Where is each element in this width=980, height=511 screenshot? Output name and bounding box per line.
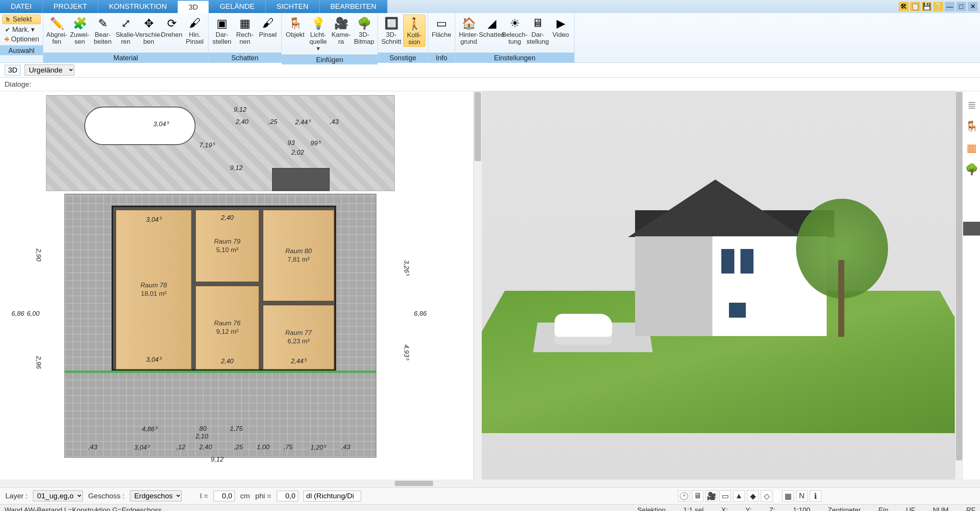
dim-b4: ,25	[234, 443, 243, 451]
rechnen-button[interactable]: ▦Rech-nen	[234, 15, 256, 46]
kamera-button[interactable]: 🎥Kame-ra	[330, 15, 352, 46]
chair-icon: 🪑	[287, 15, 303, 31]
area-icon: ▭	[434, 15, 449, 31]
status-x: X:	[721, 506, 728, 511]
zuweisen-button[interactable]: 🧩Zuwei-sen	[69, 15, 91, 46]
monitor2-icon[interactable]: 🖥	[692, 490, 703, 502]
layer-select[interactable]: 01_ug,eg,o	[33, 490, 83, 501]
panel-2d-floorplan[interactable]: 3,04⁵ 9,12 2,40 ,25 2,44⁵ ,43 7,19⁵ 9,12…	[0, 91, 473, 480]
ribbon-group-schatten: ▣Dar-stellen ▦Rech-nen 🖌Pinsel Schatten	[208, 13, 282, 63]
camera-icon: 🎥	[333, 15, 349, 31]
schatten-button[interactable]: ◢Schatten	[481, 15, 503, 46]
plus-icon: ✚	[4, 36, 10, 43]
shadow-icon: ◢	[484, 15, 499, 31]
grid-icon[interactable]: ▦	[782, 490, 794, 502]
bearbeiten-button[interactable]: ✎Bear-beiten	[92, 15, 114, 46]
tab-sichten[interactable]: SICHTEN	[266, 0, 319, 13]
tab-projekt[interactable]: PROJEKT	[43, 0, 98, 13]
assign-icon: 🧩	[72, 15, 87, 31]
optionen-button[interactable]: ✚Optionen	[2, 35, 41, 44]
drehen-button[interactable]: ⟳Drehen	[161, 15, 183, 46]
objekt-button[interactable]: 🪑Objekt	[284, 15, 306, 46]
3dbitmap-button[interactable]: 🌳3D-Bitmap	[353, 15, 375, 46]
group-label-einfuegen: Einfügen	[282, 54, 378, 64]
status-unit: Zentimeter	[828, 506, 861, 511]
abgreifen-button[interactable]: ✏️Abgrei-fen	[46, 15, 68, 46]
status-bar: Wand AW-Bestand L=Konstruktion G=Erdgesc…	[0, 504, 980, 511]
bottom-toolbar: Layer : 01_ug,eg,o Geschoss : Erdgeschos…	[0, 487, 980, 504]
clipboard-icon[interactable]: 📋	[910, 2, 920, 11]
dim-2445-top: 2,44⁵	[295, 118, 310, 126]
furniture-icon[interactable]: 🪑	[965, 120, 978, 133]
panel-minimize-button[interactable]: —	[945, 2, 955, 11]
darstellen-button[interactable]: ▣Dar-stellen	[211, 15, 233, 46]
lichtquelle-button[interactable]: 💡Licht-quelle ▾	[307, 15, 329, 53]
help-icon[interactable]: ❔	[933, 2, 943, 11]
dim-93: 93	[287, 139, 295, 147]
dim-600-l: 6,00	[27, 310, 39, 318]
scrollbar-vertical-3d[interactable]	[955, 91, 963, 480]
darstellung-button[interactable]: 🖥Dar-stellung	[527, 15, 549, 46]
north-icon[interactable]: N	[796, 490, 808, 502]
group-label-schatten: Schatten	[208, 53, 281, 63]
dim-25-top: ,25	[268, 118, 277, 126]
cube-icon: ▣	[214, 15, 230, 31]
tab-konstruktion[interactable]: KONSTRUKTION	[98, 0, 178, 13]
3dschnitt-button[interactable]: 🔲3D-Schnitt	[380, 15, 402, 46]
verschieben-button[interactable]: ✥Verschie-ben	[138, 15, 160, 46]
flaeche-button[interactable]: ▭Fläche	[430, 15, 453, 46]
video-button[interactable]: ▶Video	[550, 15, 572, 46]
context-bar: 3D Urgelände	[0, 63, 980, 77]
tab-gelaende[interactable]: GELÄNDE	[209, 0, 266, 13]
tab-datei[interactable]: DATEI	[0, 0, 43, 13]
ribbon-group-sonstige: 🔲3D-Schnitt 🚶Kolli-sion Sonstige	[378, 13, 428, 63]
kollision-button[interactable]: 🚶Kolli-sion	[403, 15, 425, 47]
panel-3d-view[interactable]	[482, 91, 955, 480]
hintergrund-button[interactable]: 🏠Hinter-grund	[458, 15, 480, 46]
mode-3d-tag[interactable]: 3D	[5, 65, 21, 76]
tools-icon[interactable]: 🛠	[899, 2, 909, 11]
diamond-icon[interactable]: ◆	[747, 490, 758, 502]
phi-input[interactable]	[277, 491, 298, 501]
light-icon: ☀	[507, 15, 522, 31]
tab-3d[interactable]: 3D	[178, 0, 209, 13]
main-menu: DATEI PROJEKT KONSTRUKTION 3D GELÄNDE SI…	[0, 0, 980, 13]
rotate-icon: ⟳	[164, 15, 179, 31]
house-3d	[620, 180, 811, 341]
dl-input[interactable]	[304, 491, 361, 501]
palette-icon[interactable]: ▦	[965, 141, 978, 154]
layers2-icon[interactable]: ▭	[719, 490, 731, 502]
camera2-icon[interactable]: 🎥	[706, 490, 717, 502]
eyedropper-icon: ✏️	[49, 15, 64, 31]
pull-handle[interactable]	[963, 222, 980, 236]
tree2-icon[interactable]: 🌳	[965, 163, 978, 176]
layers-icon[interactable]: ≣	[965, 98, 978, 111]
skalieren-button[interactable]: ⤢Skalie-ren	[115, 15, 137, 46]
beleuchtung-button[interactable]: ☀Beleuch-tung	[504, 15, 526, 46]
urgelaende-select[interactable]: Urgelände	[25, 64, 74, 76]
pinsel-button[interactable]: 🖌Pinsel	[257, 15, 279, 46]
tab-bearbeiten[interactable]: BEARBEITEN	[320, 0, 387, 13]
bulb-icon: 💡	[310, 15, 326, 31]
dialog-bar: Dialoge:	[0, 77, 980, 91]
mark-button[interactable]: ✔Mark. ▾	[2, 25, 41, 34]
group-label-auswahl: Auswahl	[0, 45, 43, 55]
geschoss-select[interactable]: Erdgeschos	[130, 490, 182, 501]
l-input[interactable]	[213, 491, 235, 501]
monitor-icon: 🖥	[530, 15, 545, 31]
scrollbar-vertical-2d[interactable]	[473, 91, 482, 480]
hinpinsel-button[interactable]: 🖌Hin.Pinsel	[184, 15, 206, 46]
close-button[interactable]: ✕	[968, 2, 978, 11]
panel-maximize-button[interactable]: □	[956, 2, 966, 11]
play-icon: ▶	[553, 15, 568, 31]
workspace: 3,04⁵ 9,12 2,40 ,25 2,44⁵ ,43 7,19⁵ 9,12…	[0, 91, 980, 480]
clock-icon[interactable]: 🕐	[678, 490, 689, 502]
status-ein: Ein	[878, 506, 888, 511]
save-icon[interactable]: 💾	[922, 2, 932, 11]
info-icon[interactable]: ℹ	[810, 490, 821, 502]
arrow-up-icon[interactable]: ▲	[733, 490, 745, 502]
status-left: Wand AW-Bestand L=Konstruktion G=Erdgesc…	[5, 506, 162, 511]
selekt-button[interactable]: 🖱Selekt	[2, 15, 41, 24]
scrollbar-horizontal[interactable]	[0, 480, 980, 487]
diamond2-icon[interactable]: ◇	[761, 490, 772, 502]
